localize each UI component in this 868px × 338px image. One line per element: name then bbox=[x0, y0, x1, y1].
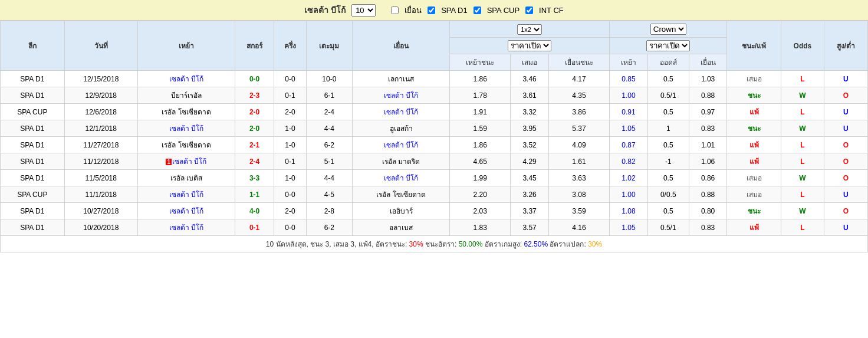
cell-crown-odds: 0.5 bbox=[647, 104, 689, 120]
cell-away: เออิบาร์ bbox=[353, 203, 450, 219]
cell-crown-home: 1.00 bbox=[610, 186, 648, 203]
cell-crown-home: 0.91 bbox=[610, 104, 648, 120]
cell-away: เรอัล โซเซียดาด bbox=[353, 186, 450, 203]
checkbox-spa-cup[interactable] bbox=[474, 6, 481, 14]
cell-draw: 3.26 bbox=[511, 186, 549, 203]
checkbox-int-cf-label: INT CF bbox=[539, 6, 564, 15]
cell-aw: 4.17 bbox=[548, 71, 609, 87]
cell-odds-result: W bbox=[781, 87, 824, 104]
home-name: เซลต้า บีโก้ bbox=[169, 191, 203, 199]
cell-crown-odds: 0/0.5 bbox=[647, 186, 689, 203]
sub-home2: เหย้า bbox=[610, 54, 648, 71]
cell-league: SPA D1 bbox=[1, 137, 65, 153]
cell-highlow: U bbox=[824, 219, 867, 236]
cell-corner: 4-4 bbox=[306, 170, 353, 186]
cell-hw: 1.59 bbox=[450, 120, 511, 137]
home-name: เซลต้า บีโก้ bbox=[169, 207, 203, 215]
select-1x2-price[interactable]: ราคาเปิด bbox=[508, 40, 551, 51]
cell-odds-result: W bbox=[781, 120, 824, 137]
cell-half: 1-0 bbox=[274, 120, 306, 137]
cell-result: ชนะ bbox=[727, 120, 781, 137]
cell-date: 12/1/2018 bbox=[64, 120, 137, 137]
cell-corner: 6-2 bbox=[306, 137, 353, 153]
col-half: ครึ่ง bbox=[274, 21, 306, 71]
table-row: SPA D1 10/27/2018 เซลต้า บีโก้ 4-0 2-0 2… bbox=[1, 203, 868, 219]
cell-score: 1-1 bbox=[235, 186, 274, 203]
footer-text4: อัตราแปลก: bbox=[550, 240, 586, 248]
cell-league: SPA D1 bbox=[1, 170, 65, 186]
team-label: เซลต้า บีโก้ bbox=[304, 4, 346, 17]
cell-home: เรอัล โซเซียดาด bbox=[137, 104, 235, 120]
cell-draw: 3.61 bbox=[511, 87, 549, 104]
cell-away: เซลต้า บีโก้ bbox=[353, 87, 450, 104]
cell-home: บียาร์เรอัล bbox=[137, 87, 235, 104]
cell-highlow: U bbox=[824, 120, 867, 137]
cell-odds-result: L bbox=[781, 104, 824, 120]
footer-text1: 10 นัดหลังสุด, ชนะ 3, เสมอ 3, แพ้4, อัตร… bbox=[266, 240, 407, 248]
col-odds: Odds bbox=[781, 21, 824, 71]
select-1x2[interactable]: 1x2 bbox=[517, 24, 542, 35]
cell-crown-odds: 1 bbox=[647, 120, 689, 137]
cell-crown-odds: 0.5 bbox=[647, 137, 689, 153]
footer-text2: ชนะอัตรา: bbox=[425, 240, 456, 248]
cell-crown-odds: 0.5 bbox=[647, 71, 689, 87]
cell-half: 2-0 bbox=[274, 104, 306, 120]
cell-half: 1-0 bbox=[274, 137, 306, 153]
cell-date: 12/6/2018 bbox=[64, 104, 137, 120]
cell-league: SPA D1 bbox=[1, 203, 65, 219]
cell-hw: 1.83 bbox=[450, 219, 511, 236]
cell-crown-away: 0.88 bbox=[689, 186, 727, 203]
cell-crown-odds: 0.5 bbox=[647, 170, 689, 186]
cell-result: ชนะ bbox=[727, 87, 781, 104]
price-open-1x2: ราคาเปิด bbox=[450, 38, 610, 54]
header-row-1: ลีก วันที่ เหย้า สกอร์ ครึ่ง เตะมุม เยื่… bbox=[1, 21, 868, 38]
cell-highlow: U bbox=[824, 186, 867, 203]
table-row: SPA D1 12/9/2018 บียาร์เรอัล 2-3 0-1 6-1… bbox=[1, 87, 868, 104]
table-row: SPA D1 11/5/2018 เรอัล เบติส 3-3 1-0 4-4… bbox=[1, 170, 868, 186]
cell-aw: 3.59 bbox=[548, 203, 609, 219]
checkbox-spa-d1[interactable] bbox=[428, 6, 435, 14]
cell-score: 2-1 bbox=[235, 137, 274, 153]
footer-row: 10 นัดหลังสุด, ชนะ 3, เสมอ 3, แพ้4, อัตร… bbox=[1, 236, 868, 252]
select-crown[interactable]: Crown bbox=[650, 24, 686, 35]
checkbox-yuon[interactable] bbox=[391, 6, 399, 14]
cell-odds-result: L bbox=[781, 153, 824, 170]
cell-crown-home: 0.82 bbox=[610, 153, 648, 170]
cell-crown-home: 1.08 bbox=[610, 203, 648, 219]
table-row: SPA D1 11/12/2018 1เซลต้า บีโก้ 2-4 0-1 … bbox=[1, 153, 868, 170]
select-crown-price[interactable]: ราคาเปิด bbox=[646, 40, 690, 51]
cell-league: SPA CUP bbox=[1, 104, 65, 120]
cell-result: แพ้ bbox=[727, 104, 781, 120]
cell-crown-away: 0.83 bbox=[689, 219, 727, 236]
cell-hw: 1.78 bbox=[450, 87, 511, 104]
cell-highlow: O bbox=[824, 137, 867, 153]
checkbox-int-cf[interactable] bbox=[525, 6, 533, 14]
cell-half: 0-0 bbox=[274, 71, 306, 87]
cell-draw: 3.95 bbox=[511, 120, 549, 137]
count-select[interactable]: 10 20 bbox=[351, 4, 376, 17]
cell-home: เซลต้า บีโก้ bbox=[137, 120, 235, 137]
cell-half: 0-1 bbox=[274, 153, 306, 170]
home-name: เรอัล โซเซียดาด bbox=[162, 141, 211, 149]
cell-date: 10/27/2018 bbox=[64, 203, 137, 219]
cell-away: เซลต้า บีโก้ bbox=[353, 170, 450, 186]
cell-score: 2-4 bbox=[235, 153, 274, 170]
cell-hw: 2.03 bbox=[450, 203, 511, 219]
cell-crown-away: 0.97 bbox=[689, 104, 727, 120]
cell-league: SPA D1 bbox=[1, 71, 65, 87]
table-row: SPA CUP 12/6/2018 เรอัล โซเซียดาด 2-0 2-… bbox=[1, 104, 868, 120]
red-box: 1 bbox=[166, 159, 172, 165]
cell-draw: 3.52 bbox=[511, 137, 549, 153]
cell-highlow: U bbox=[824, 104, 867, 120]
cell-crown-away: 1.01 bbox=[689, 137, 727, 153]
cell-result: แพ้ bbox=[727, 153, 781, 170]
home-name: เซลต้า บีโก้ bbox=[169, 124, 203, 133]
cell-half: 0-0 bbox=[274, 186, 306, 203]
cell-highlow: O bbox=[824, 87, 867, 104]
table-row: SPA D1 12/1/2018 เซลต้า บีโก้ 2-0 1-0 4-… bbox=[1, 120, 868, 137]
cell-odds-result: W bbox=[781, 203, 824, 219]
cell-corner: 2-4 bbox=[306, 104, 353, 120]
cell-odds-result: L bbox=[781, 186, 824, 203]
cell-home: เซลต้า บีโก้ bbox=[137, 186, 235, 203]
cell-corner: 6-2 bbox=[306, 219, 353, 236]
